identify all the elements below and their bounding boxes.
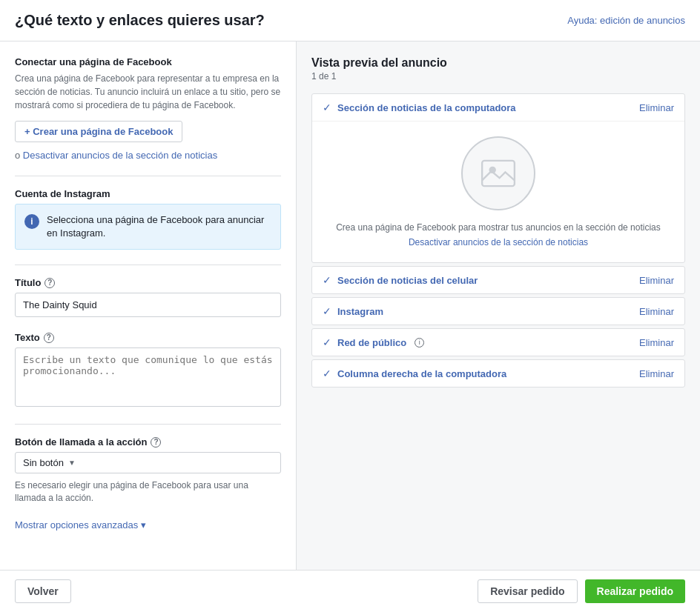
left-panel: Conectar una página de Facebook Crea una…: [0, 41, 297, 570]
preview-deactivate-link[interactable]: Desactivar anuncios de la sección de not…: [409, 237, 588, 247]
connect-fb-desc: Crea una página de Facebook para represe…: [15, 72, 281, 112]
right-column-card: ✓ Columna derecha de la computadora Elim…: [311, 359, 685, 388]
right-column-name: Columna derecha de la computadora: [337, 368, 506, 379]
right-column-title: ✓ Columna derecha de la computadora: [323, 367, 506, 379]
instagram-card: ✓ Instagram Eliminar: [311, 297, 685, 325]
or-deactivate: o Desactivar anuncios de la sección de n…: [15, 150, 281, 161]
cta-section: Botón de llamada a la acción ? Sin botón…: [15, 436, 281, 505]
advanced-options-link[interactable]: Mostrar opciones avanzadas ▾: [15, 519, 281, 530]
instagram-remove[interactable]: Eliminar: [639, 306, 674, 317]
cta-arrow-icon: ▼: [68, 459, 76, 467]
title-section: Título ?: [15, 277, 281, 317]
mobile-news-header: ✓ Sección de noticias del celular Elimin…: [312, 267, 684, 293]
right-column-header: ✓ Columna derecha de la computadora Elim…: [312, 360, 684, 387]
desktop-news-header: ✓ Sección de noticias de la computadora …: [312, 94, 684, 122]
cta-note: Es necesario elegir una página de Facebo…: [15, 479, 281, 505]
order-button[interactable]: Realizar pedido: [585, 579, 685, 603]
connect-facebook-section: Conectar una página de Facebook Crea una…: [15, 56, 281, 161]
page-title: ¿Qué texto y enlaces quieres usar?: [15, 12, 265, 29]
placeholder-image: [461, 136, 535, 210]
image-placeholder-icon: [480, 155, 517, 192]
svg-rect-0: [482, 161, 515, 186]
page-footer: Volver Revisar pedido Realizar pedido: [0, 570, 700, 612]
check-icon: ✓: [323, 102, 331, 113]
title-help-icon[interactable]: ?: [44, 278, 55, 288]
title-label: Título ?: [15, 277, 281, 288]
mobile-news-remove[interactable]: Eliminar: [639, 275, 674, 286]
text-label: Texto ?: [15, 332, 281, 343]
mobile-news-title: ✓ Sección de noticias del celular: [323, 274, 478, 286]
instagram-preview-header: ✓ Instagram Eliminar: [312, 298, 684, 325]
info-icon: i: [24, 214, 39, 229]
audience-network-header: ✓ Red de público i Eliminar: [312, 329, 684, 356]
title-input[interactable]: [15, 293, 281, 317]
text-section: Texto ?: [15, 332, 281, 409]
advanced-label: Mostrar opciones avanzadas: [15, 519, 138, 530]
instagram-title: Cuenta de Instagram: [15, 188, 281, 199]
mobile-news-name: Sección de noticias del celular: [337, 275, 478, 286]
deactivate-news-link[interactable]: Desactivar anuncios de la sección de not…: [23, 150, 217, 161]
page-header: ¿Qué texto y enlaces quieres usar? Ayuda…: [0, 0, 700, 41]
divider-1: [15, 176, 281, 176]
check-icon-audience: ✓: [323, 336, 331, 348]
main-content: Conectar una página de Facebook Crea una…: [0, 41, 700, 570]
audience-info-icon[interactable]: i: [415, 338, 424, 347]
right-column-remove[interactable]: Eliminar: [639, 368, 674, 379]
audience-network-name: Red de público: [337, 337, 406, 348]
desktop-news-remove[interactable]: Eliminar: [639, 102, 674, 113]
cta-label: Botón de llamada a la acción ?: [15, 436, 281, 448]
desktop-news-preview-body: Crea una página de Facebook para mostrar…: [312, 122, 684, 262]
footer-right: Revisar pedido Realizar pedido: [478, 579, 685, 603]
instagram-info-text: Selecciona una página de Facebook para a…: [47, 213, 271, 240]
desktop-news-title: ✓ Sección de noticias de la computadora: [323, 102, 516, 113]
preview-subtitle: 1 de 1: [311, 71, 685, 82]
desktop-news-name: Sección de noticias de la computadora: [337, 102, 516, 113]
text-input[interactable]: [15, 347, 281, 407]
preview-title: Vista previa del anuncio: [311, 56, 685, 70]
mobile-news-card: ✓ Sección de noticias del celular Elimin…: [311, 266, 685, 294]
cta-help-icon[interactable]: ?: [151, 437, 161, 448]
audience-network-title: ✓ Red de público i: [323, 336, 424, 348]
help-link[interactable]: Ayuda: edición de anuncios: [567, 15, 685, 26]
check-icon-mobile: ✓: [323, 274, 331, 286]
check-icon-instagram: ✓: [323, 305, 331, 317]
check-icon-right-column: ✓: [323, 367, 331, 379]
instagram-info-box: i Selecciona una página de Facebook para…: [15, 204, 281, 250]
text-help-icon[interactable]: ?: [44, 333, 54, 343]
desktop-news-card: ✓ Sección de noticias de la computadora …: [311, 93, 685, 263]
cta-value: Sin botón: [23, 457, 64, 468]
create-page-button[interactable]: + Crear una página de Facebook: [15, 121, 182, 142]
instagram-section: Cuenta de Instagram i Selecciona una pág…: [15, 188, 281, 250]
connect-fb-title: Conectar una página de Facebook: [15, 56, 281, 67]
right-panel: Vista previa del anuncio 1 de 1 ✓ Secció…: [297, 41, 700, 570]
review-button[interactable]: Revisar pedido: [478, 579, 577, 603]
divider-2: [15, 265, 281, 265]
audience-network-remove[interactable]: Eliminar: [639, 337, 674, 348]
preview-body-text: Crea una página de Facebook para mostrar…: [336, 222, 661, 233]
back-button[interactable]: Volver: [15, 579, 71, 603]
divider-3: [15, 424, 281, 425]
instagram-preview-title: ✓ Instagram: [323, 305, 383, 317]
cta-dropdown[interactable]: Sin botón ▼: [15, 452, 281, 473]
audience-network-card: ✓ Red de público i Eliminar: [311, 328, 685, 356]
instagram-preview-name: Instagram: [337, 306, 383, 317]
chevron-down-icon: ▾: [141, 519, 146, 530]
